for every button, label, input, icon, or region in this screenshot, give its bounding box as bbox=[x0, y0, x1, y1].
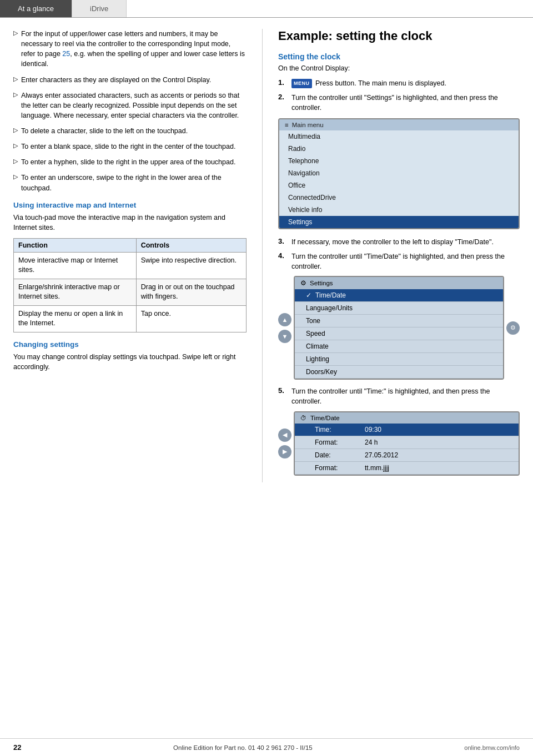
main-content: ▷ For the input of upper/lower case lett… bbox=[0, 18, 533, 493]
table-row: Display the menu or open a link in the I… bbox=[14, 305, 247, 332]
timedate-value-time: 09:30 bbox=[365, 426, 514, 434]
menu-button-icon: MENU bbox=[291, 79, 312, 88]
settings-item-language: Language/Units bbox=[295, 302, 503, 315]
bullet-text-2: Enter characters as they are displayed o… bbox=[21, 75, 211, 85]
tab-idrive[interactable]: iDrive bbox=[72, 0, 127, 17]
changing-settings-heading: Changing settings bbox=[13, 340, 247, 349]
function-table: Function Controls Move interactive map o… bbox=[13, 238, 247, 332]
left-column: ▷ For the input of upper/lower case lett… bbox=[13, 29, 247, 482]
timedate-label-time: Time: bbox=[315, 426, 365, 434]
step-num-4: 4. bbox=[278, 251, 287, 260]
bullet-text-3: Always enter associated characters, such… bbox=[21, 90, 247, 120]
footer-right-text: online.bmw.com/info bbox=[464, 744, 520, 751]
settings-item-doors: Doors/Key bbox=[295, 366, 503, 379]
timedate-title: Time/Date bbox=[310, 415, 340, 421]
main-menu-icon: ≡ bbox=[285, 122, 289, 128]
timedate-body: Time: 09:30 Format: 24 h Date: 27.05.201… bbox=[295, 424, 519, 475]
timedate-value-format1: 24 h bbox=[365, 439, 514, 446]
changing-settings-text: You may change control display settings … bbox=[13, 352, 247, 372]
bullet-text-6: To enter a hyphen, slide to the right in… bbox=[21, 157, 235, 167]
settings-label-speed: Speed bbox=[306, 330, 499, 337]
timedate-row-format1: Format: 24 h bbox=[295, 436, 519, 449]
bullet-7: ▷ To enter an underscore, swipe to the r… bbox=[13, 173, 247, 193]
table-header-controls: Controls bbox=[136, 238, 246, 252]
menu-item-vehicle-info: Vehicle info bbox=[279, 204, 519, 216]
bullet-5: ▷ To enter a blank space, slide to the r… bbox=[13, 142, 247, 152]
right-column: Example: setting the clock Setting the c… bbox=[278, 29, 520, 482]
bullet-6: ▷ To enter a hyphen, slide to the right … bbox=[13, 157, 247, 167]
bullet-arrow-6: ▷ bbox=[13, 158, 18, 165]
right-nav-buttons: ⚙ bbox=[506, 321, 520, 335]
menu-item-connecteddrive: ConnectedDrive bbox=[279, 191, 519, 204]
nav-right-button[interactable]: ⚙ bbox=[506, 321, 520, 335]
tab-at-a-glance-label: At a glance bbox=[18, 4, 54, 13]
settings-screen: ⚙ Settings ✓ Time/Date Language/Units To… bbox=[294, 276, 504, 380]
bullet-arrow-3: ▷ bbox=[13, 91, 18, 98]
settings-item-tone: Tone bbox=[295, 315, 503, 327]
settings-header: ⚙ Settings bbox=[295, 277, 503, 289]
bullet-3: ▷ Always enter associated characters, su… bbox=[13, 90, 247, 120]
timedate-row-date: Date: 27.05.2012 bbox=[295, 449, 519, 462]
main-menu-title: Main menu bbox=[292, 122, 324, 128]
main-menu-screen: ≡ Main menu Multimedia Radio Telephone N… bbox=[278, 118, 520, 229]
timedate-header: ⏱ Time/Date bbox=[295, 412, 519, 424]
table-row: Enlarge/shrink interactive map or Intern… bbox=[14, 279, 247, 305]
table-row: Move interactive map or Internet sites. … bbox=[14, 252, 247, 279]
step-num-3: 3. bbox=[278, 237, 287, 245]
settings-label-doors: Doors/Key bbox=[306, 368, 499, 376]
tab-at-a-glance[interactable]: At a glance bbox=[0, 0, 72, 17]
sub-heading-setting-clock: Setting the clock bbox=[278, 52, 520, 61]
timedate-row-format2: Format: tt.mm.jjjj bbox=[295, 462, 519, 475]
footer: 22 Online Edition for Part no. 01 40 2 9… bbox=[0, 738, 533, 756]
step-content-2: Turn the controller until "Settings" is … bbox=[291, 93, 520, 113]
bullet-arrow-2: ▷ bbox=[13, 75, 18, 83]
step-5: 5. Turn the controller until "Time:" is … bbox=[278, 386, 520, 406]
header-tabs: At a glance iDrive bbox=[0, 0, 533, 18]
bullet-4: ▷ To delete a character, slide to the le… bbox=[13, 126, 247, 136]
bullet-arrow-4: ▷ bbox=[13, 127, 18, 134]
step-content-3: If necessary, move the controller to the… bbox=[291, 237, 494, 247]
settings-body: ✓ Time/Date Language/Units Tone Speed Cl… bbox=[295, 289, 503, 379]
menu-item-multimedia: Multimedia bbox=[279, 130, 519, 143]
timedate-screen-container: ◀ ▶ ⏱ Time/Date Time: 09:30 Format: 24 h bbox=[278, 411, 520, 476]
settings-gear-icon: ⚙ bbox=[300, 279, 306, 287]
table-cell-controls-2: Drag in or out on the touchpad with fing… bbox=[136, 279, 246, 305]
step-num-5: 5. bbox=[278, 386, 287, 395]
bullet-2: ▷ Enter characters as they are displayed… bbox=[13, 75, 247, 85]
bullet-arrow-7: ▷ bbox=[13, 173, 18, 180]
step-num-1: 1. bbox=[278, 78, 287, 87]
settings-label-language: Language/Units bbox=[306, 304, 499, 312]
timedate-left-nav: ◀ ▶ bbox=[278, 429, 291, 458]
table-cell-controls-1: Swipe into respective direction. bbox=[136, 252, 246, 279]
timedate-label-date: Date: bbox=[315, 451, 365, 459]
intro-text: On the Control Display: bbox=[278, 63, 520, 73]
menu-item-telephone: Telephone bbox=[279, 155, 519, 167]
menu-item-radio: Radio bbox=[279, 143, 519, 155]
bullet-text-7: To enter an underscore, swipe to the rig… bbox=[21, 173, 247, 193]
settings-item-timedate: ✓ Time/Date bbox=[295, 289, 503, 302]
timedate-label-format1: Format: bbox=[315, 439, 365, 446]
bullet-text-5: To enter a blank space, slide to the rig… bbox=[21, 142, 235, 152]
interactive-map-subtext: Via touch-pad move the interactive map i… bbox=[13, 213, 247, 233]
column-divider bbox=[262, 29, 263, 482]
step-content-5: Turn the controller until "Time:" is hig… bbox=[291, 386, 520, 406]
menu-item-office: Office bbox=[279, 179, 519, 191]
menu-item-settings: Settings bbox=[279, 216, 519, 228]
nav-down-button[interactable]: ▼ bbox=[278, 330, 291, 343]
timedate-value-date: 27.05.2012 bbox=[365, 451, 514, 459]
page-link-25[interactable]: 25 bbox=[62, 50, 70, 58]
page-title: Example: setting the clock bbox=[278, 29, 520, 43]
nav-up-button[interactable]: ▲ bbox=[278, 313, 291, 326]
interactive-map-heading: Using interactive map and Internet bbox=[13, 201, 247, 209]
bullet-arrow-1: ▷ bbox=[13, 29, 18, 37]
settings-title: Settings bbox=[310, 280, 333, 286]
screen-header-main-menu: ≡ Main menu bbox=[279, 119, 519, 130]
main-menu-body: Multimedia Radio Telephone Navigation Of… bbox=[279, 130, 519, 228]
page-number: 22 bbox=[13, 743, 21, 752]
timedate-nav-left[interactable]: ◀ bbox=[278, 429, 291, 442]
timedate-nav-right[interactable]: ▶ bbox=[278, 445, 291, 458]
step-3: 3. If necessary, move the controller to … bbox=[278, 237, 520, 247]
timedate-row-time: Time: 09:30 bbox=[295, 424, 519, 436]
table-cell-controls-3: Tap once. bbox=[136, 305, 246, 332]
settings-item-speed: Speed bbox=[295, 327, 503, 340]
